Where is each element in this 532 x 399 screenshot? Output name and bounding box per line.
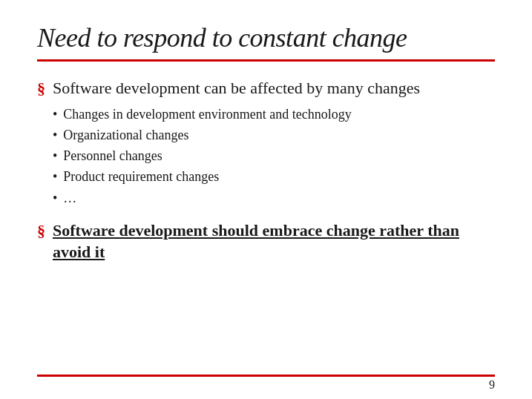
- slide-content: § Software development can be affected b…: [37, 78, 495, 263]
- bullet-item-1: § Software development can be affected b…: [37, 78, 495, 207]
- sub-bullet-0: • Changes in development environment and…: [53, 105, 420, 123]
- page-number: 9: [489, 378, 495, 392]
- bullet-marker-1: §: [37, 79, 45, 99]
- slide-title: Need to respond to constant change: [37, 22, 495, 53]
- sub-bullet-label-3: Product requirement changes: [63, 168, 219, 185]
- sub-dot-3: •: [53, 168, 57, 185]
- bullet-label-1: Software development can be affected by …: [53, 79, 420, 97]
- sub-bullet-1: • Organizational changes: [53, 126, 420, 144]
- sub-bullet-2: • Personnel changes: [53, 147, 420, 165]
- bottom-red-line: [37, 375, 495, 377]
- sub-dot-2: •: [53, 147, 57, 165]
- bullet-label-2: Software development should embrace chan…: [53, 220, 495, 263]
- sub-dot-0: •: [53, 105, 57, 123]
- title-red-line: [37, 59, 495, 62]
- bullet-item-2: § Software development should embrace ch…: [37, 220, 495, 263]
- sub-bullet-label-1: Organizational changes: [63, 126, 188, 144]
- sub-dot-4: •: [53, 189, 57, 207]
- sub-bullet-3: • Product requirement changes: [53, 168, 420, 185]
- sub-bullet-label-2: Personnel changes: [63, 147, 162, 165]
- sub-bullets-list: • Changes in development environment and…: [53, 105, 420, 207]
- slide: Need to respond to constant change § Sof…: [0, 0, 532, 399]
- sub-bullet-label-4: …: [63, 189, 76, 207]
- sub-bullet-4: • …: [53, 189, 420, 207]
- sub-bullet-label-0: Changes in development environment and t…: [63, 105, 351, 123]
- bullet-marker-2: §: [37, 222, 45, 241]
- sub-dot-1: •: [53, 126, 57, 144]
- bullet-text-1: Software development can be affected by …: [53, 78, 420, 207]
